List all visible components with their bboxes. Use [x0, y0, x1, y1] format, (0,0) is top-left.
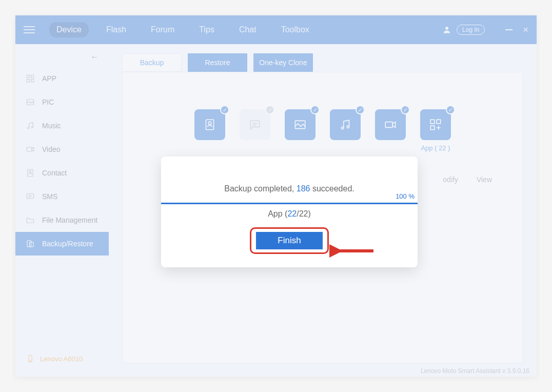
finish-button[interactable]: Finish: [256, 232, 323, 249]
dialog-detail: App (22/22): [268, 209, 311, 219]
progress-percent: 100 %: [396, 192, 415, 200]
app-window: Device Flash Forum Tips Chat Toolbox Log…: [15, 15, 537, 377]
backup-complete-dialog: Backup completed, 186 succeeded. 100 % A…: [161, 156, 418, 267]
dialog-message: Backup completed, 186 succeeded.: [224, 184, 354, 193]
progress-bar: 100 %: [161, 203, 418, 204]
